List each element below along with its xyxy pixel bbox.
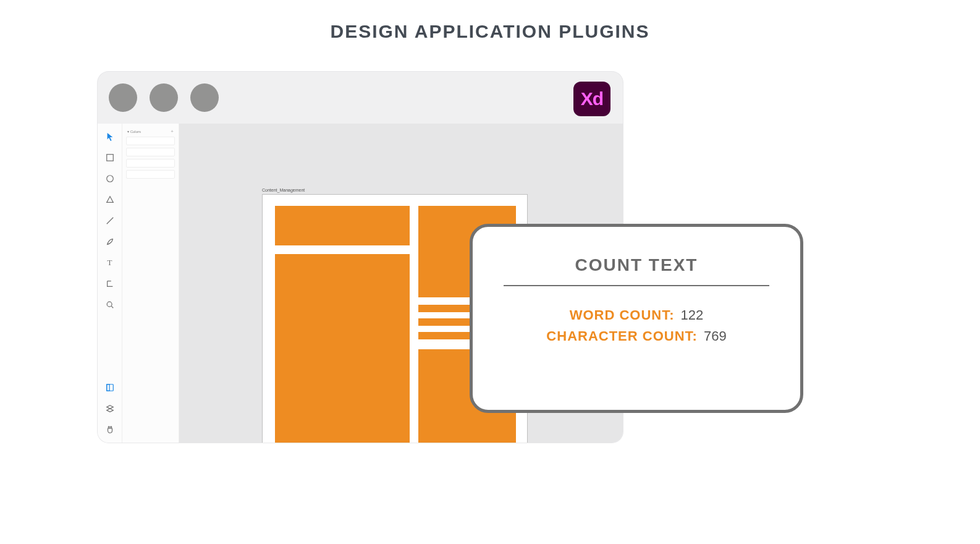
zoom-tool[interactable] [103,298,117,312]
character-count-row: CHARACTER COUNT: 769 [504,328,769,344]
svg-rect-6 [106,385,109,391]
assets-panel: ▾ Colors + [122,124,179,443]
text-tool-icon: T [108,258,112,268]
divider [504,285,769,286]
popup-title: COUNT TEXT [504,255,769,285]
add-icon[interactable]: + [171,129,174,134]
polygon-tool[interactable] [103,193,117,206]
page-title: DESIGN APPLICATION PLUGINS [0,0,980,42]
color-swatch[interactable] [126,148,175,156]
svg-point-3 [107,302,112,307]
svg-point-1 [106,176,113,182]
panel-header[interactable]: ▾ Colors + [126,127,175,137]
plugins-panel-button[interactable] [103,423,117,436]
rectangle-tool[interactable] [103,151,117,164]
color-swatch[interactable] [126,137,175,145]
word-count-row: WORD COUNT: 122 [504,307,769,323]
line-tool[interactable] [103,214,117,227]
color-swatch[interactable] [126,170,175,179]
count-text-popup: COUNT TEXT WORD COUNT: 122 CHARACTER COU… [470,224,803,413]
tool-strip: T [98,124,122,443]
color-swatch[interactable] [126,159,175,168]
svg-line-4 [111,306,113,308]
character-count-value: 769 [704,328,727,344]
traffic-light-zoom[interactable] [190,83,219,112]
titlebar: Xd [98,72,623,124]
text-tool[interactable]: T [103,256,117,270]
layers-panel-button[interactable] [103,402,117,415]
select-tool[interactable] [103,130,117,143]
layout-block[interactable] [275,206,410,245]
artboard-tool[interactable] [103,277,117,291]
artboard-label[interactable]: Content_Management [262,188,305,192]
word-count-label: WORD COUNT: [570,307,675,323]
svg-line-2 [106,218,113,224]
svg-rect-5 [106,385,113,391]
word-count-value: 122 [681,307,704,323]
traffic-light-close[interactable] [109,83,137,112]
layout-block[interactable] [275,254,410,443]
character-count-label: CHARACTER COUNT: [546,328,698,344]
svg-rect-0 [106,155,113,161]
pen-tool[interactable] [103,235,117,249]
panel-header-label: ▾ Colors [127,129,141,134]
xd-logo-text: Xd [581,88,603,109]
ellipse-tool[interactable] [103,172,117,185]
traffic-light-minimize[interactable] [150,83,178,112]
assets-panel-button[interactable] [103,381,117,394]
xd-logo: Xd [573,82,610,116]
